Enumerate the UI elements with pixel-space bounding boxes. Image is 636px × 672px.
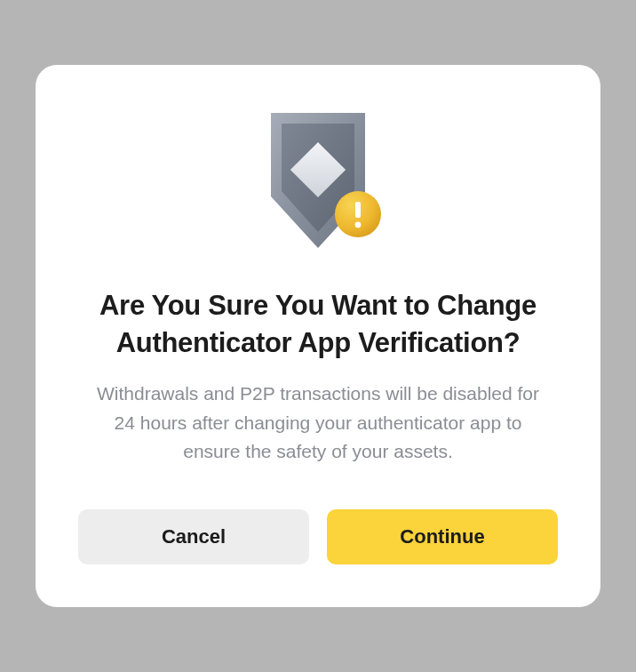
shield-warning-icon: [251, 108, 385, 259]
confirmation-dialog: Are You Sure You Want to Change Authenti…: [36, 65, 600, 606]
cancel-button[interactable]: Cancel: [78, 509, 309, 564]
dialog-description: Withdrawals and P2P transactions will be…: [87, 380, 549, 467]
svg-rect-2: [355, 202, 361, 218]
continue-button[interactable]: Continue: [327, 509, 558, 564]
dialog-title: Are You Sure You Want to Change Authenti…: [78, 287, 558, 362]
svg-point-3: [355, 222, 362, 228]
dialog-actions: Cancel Continue: [78, 509, 558, 564]
